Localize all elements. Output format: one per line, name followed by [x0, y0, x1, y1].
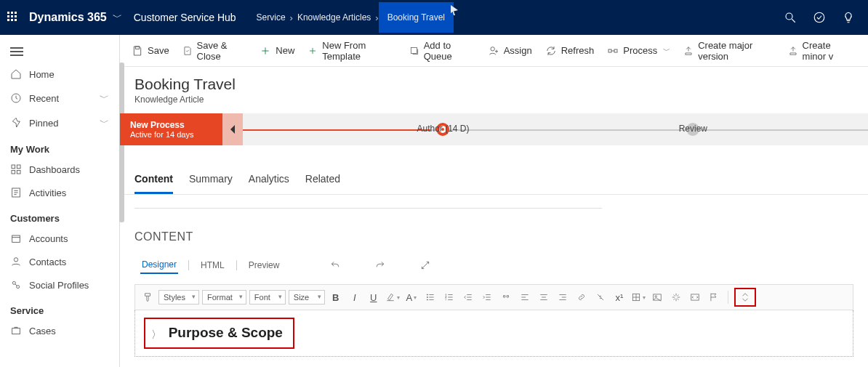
- align-left-button[interactable]: [517, 289, 533, 305]
- format-select[interactable]: Format: [202, 290, 246, 305]
- nav-activities[interactable]: Activities: [0, 181, 119, 204]
- chevron-down-icon[interactable]: ﹀: [113, 11, 122, 24]
- new-button[interactable]: New: [260, 45, 294, 57]
- chevron-right-icon[interactable]: 〉: [151, 328, 161, 340]
- nav-home[interactable]: Home: [0, 62, 119, 86]
- svg-point-10: [14, 258, 17, 262]
- queue-icon: [409, 45, 419, 57]
- assign-icon: [488, 45, 499, 57]
- collapse-toolbar-button[interactable]: [737, 289, 753, 305]
- tab-analytics[interactable]: Analytics: [249, 173, 289, 194]
- size-select[interactable]: Size: [289, 290, 325, 305]
- process-stage-label: Author (14 D): [417, 124, 469, 134]
- embed-icon[interactable]: [687, 289, 703, 305]
- form-tabs: Content Summary Analytics Related: [120, 145, 868, 195]
- highlight-color-button[interactable]: [385, 289, 401, 305]
- nav-contacts[interactable]: Contacts: [0, 250, 119, 273]
- nav-social-profiles[interactable]: Social Profiles: [0, 273, 119, 297]
- tab-summary[interactable]: Summary: [189, 173, 233, 194]
- accounts-icon: [10, 233, 22, 244]
- font-select[interactable]: Font: [249, 290, 286, 305]
- font-color-button[interactable]: A: [403, 289, 419, 305]
- styles-select[interactable]: Styles: [158, 290, 199, 305]
- process-name-box[interactable]: New Process Active for 14 days: [120, 113, 222, 145]
- version-icon: [788, 45, 798, 57]
- sidebar-collapse-button[interactable]: [0, 41, 119, 62]
- editor-tab-preview[interactable]: Preview: [247, 257, 281, 273]
- breadcrumb-item-active[interactable]: Booking Travel: [379, 2, 454, 33]
- align-right-button[interactable]: [555, 289, 571, 305]
- assign-button[interactable]: Assign: [488, 45, 532, 57]
- image-button[interactable]: [649, 289, 665, 305]
- home-icon: [10, 68, 22, 80]
- indent-button[interactable]: [479, 289, 495, 305]
- editor-tab-html[interactable]: HTML: [199, 257, 226, 273]
- editor-tab-designer[interactable]: Designer: [140, 257, 178, 274]
- nav-label: Recent: [29, 93, 59, 104]
- svg-rect-9: [12, 235, 20, 242]
- svg-point-20: [427, 297, 427, 297]
- tab-related[interactable]: Related: [305, 173, 340, 194]
- sparkle-icon[interactable]: [668, 289, 684, 305]
- process-prev-stage-button[interactable]: [222, 113, 243, 145]
- save-close-button[interactable]: Save & Close: [182, 40, 247, 62]
- editor-body[interactable]: 〉 Purpose & Scope: [134, 310, 853, 357]
- refresh-button[interactable]: Refresh: [545, 45, 595, 57]
- command-bar: Save Save & Close New New From Template …: [120, 35, 868, 67]
- nav-cases[interactable]: Cases: [0, 319, 119, 342]
- brand-label[interactable]: Dynamics 365: [29, 11, 107, 24]
- outdent-button[interactable]: [460, 289, 476, 305]
- expand-icon[interactable]: [420, 260, 430, 270]
- svg-rect-7: [17, 170, 20, 174]
- create-minor-version-button[interactable]: Create minor v: [788, 40, 856, 62]
- svg-point-21: [427, 299, 427, 300]
- save-button[interactable]: Save: [132, 45, 169, 57]
- flag-icon[interactable]: [706, 289, 722, 305]
- unlink-button[interactable]: [592, 289, 608, 305]
- tab-content[interactable]: Content: [134, 173, 173, 194]
- process-button[interactable]: Process﹀: [607, 45, 670, 57]
- table-button[interactable]: [630, 289, 646, 305]
- create-major-version-button[interactable]: Create major version: [683, 40, 774, 62]
- lightbulb-icon[interactable]: [842, 11, 855, 24]
- format-painter-icon[interactable]: [140, 289, 156, 305]
- breadcrumb-item[interactable]: Service: [252, 12, 290, 23]
- redo-icon[interactable]: [375, 260, 385, 270]
- new-from-template-button[interactable]: New From Template: [308, 40, 395, 62]
- number-list-button[interactable]: [441, 289, 457, 305]
- svg-line-1: [792, 19, 795, 23]
- bullet-list-button[interactable]: [422, 289, 438, 305]
- nav-label: Social Profiles: [29, 280, 89, 291]
- superscript-button[interactable]: x¹: [611, 289, 627, 305]
- hub-name[interactable]: Customer Service Hub: [134, 12, 236, 23]
- bold-button[interactable]: B: [328, 289, 344, 305]
- add-to-queue-button[interactable]: Add to Queue: [409, 40, 475, 62]
- nav-label: Accounts: [29, 233, 68, 244]
- chevron-down-icon: ﹀: [663, 46, 670, 56]
- nav-dashboards[interactable]: Dashboards: [0, 158, 119, 181]
- save-icon: [132, 45, 143, 57]
- svg-point-16: [491, 47, 494, 50]
- social-icon: [10, 279, 22, 291]
- nav-label: Contacts: [29, 257, 66, 267]
- nav-recent[interactable]: Recent ﹀: [0, 86, 119, 110]
- align-center-button[interactable]: [536, 289, 552, 305]
- svg-rect-14: [135, 47, 139, 49]
- task-flow-icon[interactable]: [813, 11, 826, 24]
- divider: [188, 260, 189, 270]
- undo-icon[interactable]: [330, 260, 340, 270]
- link-button[interactable]: [574, 289, 590, 305]
- collapsible-section[interactable]: 〉 Purpose & Scope: [144, 318, 294, 349]
- nav-pinned[interactable]: Pinned ﹀: [0, 110, 119, 135]
- case-icon: [10, 325, 22, 336]
- app-launcher-icon[interactable]: [7, 12, 19, 23]
- blockquote-button[interactable]: [498, 289, 514, 305]
- breadcrumb-item[interactable]: Knowledge Articles: [293, 12, 375, 23]
- underline-button[interactable]: U: [366, 289, 382, 305]
- italic-button[interactable]: I: [347, 289, 363, 305]
- svg-rect-18: [614, 49, 617, 52]
- nav-accounts[interactable]: Accounts: [0, 227, 119, 250]
- global-navbar: Dynamics 365 ﹀ Customer Service Hub Serv…: [0, 0, 868, 35]
- record-subtitle: Knowledge Article: [134, 94, 853, 105]
- search-icon[interactable]: [784, 11, 797, 24]
